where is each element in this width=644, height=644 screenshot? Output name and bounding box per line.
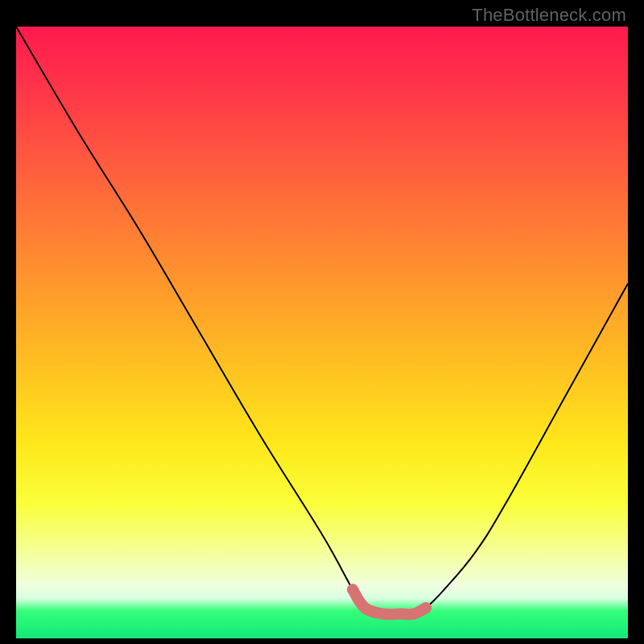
bottleneck-curve-path (16, 27, 628, 614)
plot-area (16, 27, 628, 638)
watermark-text: TheBottleneck.com (472, 5, 626, 26)
curve-svg (16, 27, 628, 638)
chart-stage: TheBottleneck.com (0, 0, 644, 644)
optimal-range-highlight (353, 589, 426, 614)
